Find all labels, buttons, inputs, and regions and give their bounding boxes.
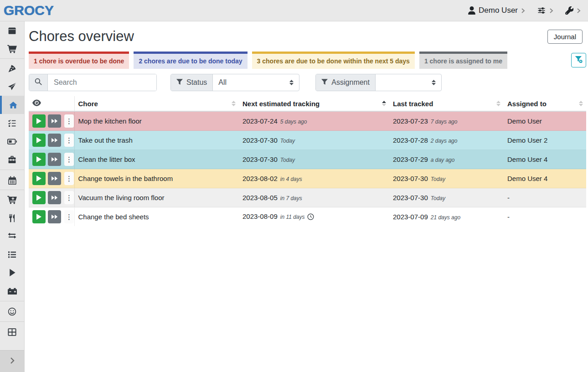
skip-execution-button[interactable]	[48, 153, 61, 166]
column-header-chore[interactable]: Chore	[74, 96, 239, 111]
filter-clear-icon	[575, 56, 583, 65]
sidebar-item-paper-plane[interactable]	[0, 78, 24, 96]
admin-menu[interactable]	[565, 6, 581, 15]
banner-overdue[interactable]: 1 chore is overdue to be done	[29, 52, 129, 69]
next-tracking-relative: Today	[280, 138, 295, 144]
track-execution-button[interactable]	[32, 191, 46, 204]
sort-icon	[579, 101, 583, 106]
page-title: Chores overview	[29, 28, 134, 45]
assignment-filter-select[interactable]	[376, 74, 441, 91]
sidebar-item-tasks[interactable]	[0, 114, 24, 132]
user-menu-label: Demo User	[479, 6, 518, 15]
next-tracking-date: 2023-08-02	[242, 175, 278, 182]
last-tracked-date: 2023-07-30	[393, 175, 428, 182]
status-filter-select[interactable]: All	[213, 74, 299, 91]
car-battery-icon	[8, 287, 17, 295]
kebab-menu-button[interactable]: ⋮	[64, 114, 74, 128]
column-header-next-tracking[interactable]: Next estimated tracking	[239, 96, 389, 111]
sidebar-item-battery-tracking[interactable]	[0, 282, 24, 300]
sidebar-item-box[interactable]	[0, 21, 24, 40]
kebab-menu-button[interactable]: ⋮	[64, 172, 74, 185]
last-tracked-date: 2023-07-30	[393, 194, 428, 202]
journal-button[interactable]: Journal	[547, 30, 583, 44]
sidebar-item-transfer[interactable]	[0, 227, 24, 245]
track-execution-button[interactable]	[32, 114, 46, 128]
utensils-icon	[8, 214, 16, 222]
sidebar-item-smiley[interactable]	[0, 302, 24, 320]
sidebar-item-batteries[interactable]	[0, 132, 24, 150]
sidebar-item-table[interactable]	[0, 323, 24, 341]
search-input[interactable]	[48, 74, 156, 91]
calendar-icon	[8, 176, 16, 185]
assigned-to: Demo User	[504, 111, 586, 131]
next-tracking-relative: in 11 days	[280, 214, 305, 220]
kebab-menu-button[interactable]: ⋮	[64, 191, 74, 204]
skip-execution-button[interactable]	[48, 172, 61, 185]
column-header-assigned-to[interactable]: Assigned to	[504, 96, 586, 111]
grocy-logo[interactable]: GROCY	[4, 3, 54, 18]
column-header-last-tracked[interactable]: Last tracked	[389, 96, 504, 111]
sort-icon	[496, 101, 500, 106]
sidebar-item-shopping-cart[interactable]	[0, 40, 24, 58]
skip-execution-button[interactable]	[48, 134, 61, 147]
table-row: ⋮ Change the bed sheets 2023-08-09in 11 …	[29, 207, 586, 227]
banner-assigned-to-me[interactable]: 1 chore is assigned to me	[419, 52, 507, 69]
eye-icon	[32, 100, 41, 108]
last-tracked-relative: 7 days ago	[431, 119, 458, 125]
tasks-checklist-icon	[8, 119, 16, 128]
last-tracked-date: 2023-07-29	[393, 155, 428, 163]
list-icon	[8, 251, 16, 258]
sidebar-item-calendar[interactable]	[0, 171, 24, 189]
settings-menu[interactable]	[537, 6, 553, 15]
banner-due-soon[interactable]: 3 chores are due to be done within the n…	[252, 52, 415, 69]
table-row: ⋮ Change towels in the bathroom 2023-08-…	[29, 169, 586, 188]
filters: Status All Assignment	[29, 74, 586, 91]
box-icon	[8, 26, 16, 35]
toolbox-icon	[8, 155, 16, 164]
skip-execution-button[interactable]	[48, 114, 61, 128]
filter-funnel-icon	[176, 78, 183, 87]
top-navbar: GROCY Demo User	[0, 0, 588, 21]
status-banners: 1 chore is overdue to be done 2 chores a…	[29, 52, 586, 69]
assigned-to: Demo User 4	[504, 150, 586, 169]
kebab-menu-button[interactable]: ⋮	[64, 134, 74, 147]
next-tracking-relative: in 7 days	[280, 195, 302, 202]
select-caret-icon	[289, 80, 294, 85]
track-execution-button[interactable]	[32, 153, 46, 166]
assigned-to: -	[504, 188, 586, 207]
exchange-arrows-icon	[8, 232, 16, 240]
track-execution-button[interactable]	[32, 172, 46, 185]
sidebar-collapse-toggle[interactable]	[0, 350, 24, 372]
sidebar-item-chore-tracking[interactable]	[0, 264, 24, 282]
sidebar-nav	[0, 21, 25, 372]
user-menu[interactable]: Demo User	[468, 6, 525, 15]
next-tracking-date: 2023-07-24	[242, 117, 278, 125]
clear-filter-button[interactable]	[571, 53, 586, 67]
skip-execution-button[interactable]	[48, 191, 61, 204]
sidebar-item-equipment[interactable]	[0, 150, 24, 169]
sliders-icon	[537, 6, 546, 15]
kebab-menu-button[interactable]: ⋮	[64, 210, 74, 223]
next-tracking-relative: 5 days ago	[280, 119, 307, 125]
sidebar-item-home-active[interactable]	[0, 96, 24, 114]
skip-execution-button[interactable]	[48, 210, 61, 223]
track-execution-button[interactable]	[32, 210, 46, 223]
table-grid-icon	[8, 328, 16, 336]
track-execution-button[interactable]	[32, 134, 46, 147]
chevron-right-icon	[521, 8, 525, 14]
chevron-right-icon	[549, 8, 553, 14]
sidebar-item-pizza[interactable]	[0, 59, 24, 78]
cart-plus-icon	[7, 196, 17, 204]
chore-name: Take out the trash	[74, 131, 239, 150]
paper-plane-icon	[8, 83, 16, 91]
search-icon	[35, 78, 42, 87]
wrench-icon	[565, 6, 573, 15]
kebab-menu-button[interactable]: ⋮	[64, 153, 74, 166]
sidebar-item-consume[interactable]	[0, 209, 24, 227]
sidebar-item-purchase[interactable]	[0, 191, 24, 209]
smiley-face-icon	[8, 307, 16, 316]
sidebar-item-inventory[interactable]	[0, 245, 24, 264]
chore-name: Change towels in the bathroom	[74, 169, 239, 188]
chore-name: Clean the litter box	[74, 150, 239, 169]
banner-due-today[interactable]: 2 chores are due to be done today	[134, 52, 247, 69]
